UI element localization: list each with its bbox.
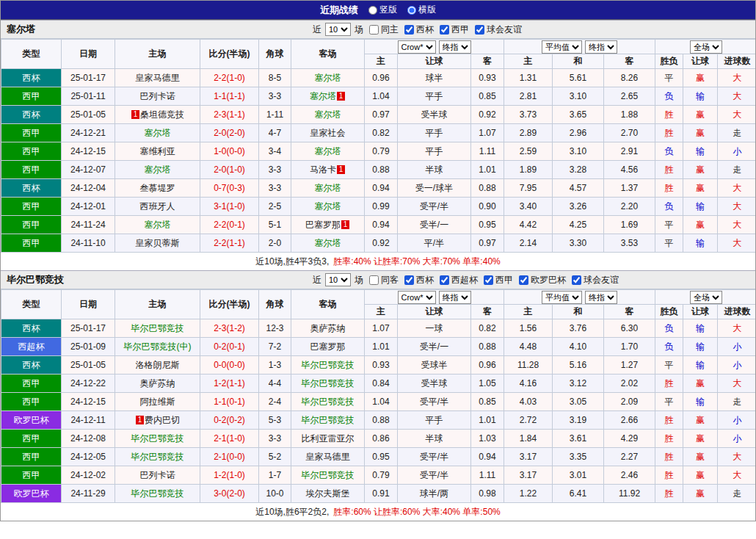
away-team[interactable]: 马洛卡1 bbox=[291, 161, 365, 179]
filter-option-西杯[interactable]: 西杯 bbox=[401, 23, 434, 36]
filter-option-西甲[interactable]: 西甲 bbox=[480, 274, 513, 286]
away-team[interactable]: 巴塞罗那1 bbox=[291, 216, 365, 234]
half-full-score[interactable]: 2-0(1-0) bbox=[200, 161, 259, 179]
filter-checkbox[interactable] bbox=[369, 25, 379, 35]
away-team[interactable]: 毕尔巴鄂竞技 bbox=[291, 375, 365, 393]
filter-option-同客[interactable]: 同客 bbox=[366, 274, 399, 286]
home-team[interactable]: 塞尔塔 bbox=[115, 161, 200, 179]
filter-checkbox[interactable] bbox=[440, 25, 449, 35]
half-full-score[interactable]: 3-1(1-0) bbox=[200, 198, 259, 216]
filter-option-西超杯[interactable]: 西超杯 bbox=[436, 274, 478, 286]
home-team[interactable]: 毕尔巴鄂竞技(中) bbox=[115, 338, 200, 356]
filter-option-欧罗巴杯[interactable]: 欧罗巴杯 bbox=[515, 274, 566, 286]
horizontal-layout-radio[interactable] bbox=[407, 6, 416, 15]
filter-option-球会友谊[interactable]: 球会友谊 bbox=[568, 274, 619, 286]
filter-option-西杯[interactable]: 西杯 bbox=[401, 274, 434, 286]
home-team[interactable]: 塞尔塔 bbox=[115, 216, 200, 234]
home-team[interactable]: 叁慕堤罗 bbox=[115, 179, 200, 198]
away-team[interactable]: 皇家社会 bbox=[291, 124, 365, 142]
half-full-score[interactable]: 0-2(0-2) bbox=[200, 411, 259, 430]
avg-source-select[interactable]: 终指 bbox=[585, 40, 617, 54]
half-full-score[interactable]: 1-2(1-0) bbox=[200, 466, 259, 485]
half-full-score[interactable]: 1-1(0-1) bbox=[200, 393, 259, 411]
half-full-score[interactable]: 1-2(1-1) bbox=[200, 375, 259, 393]
avg-source-select[interactable]: 终指 bbox=[585, 291, 617, 304]
home-team[interactable]: 阿拉维斯 bbox=[115, 393, 200, 411]
filter-checkbox[interactable] bbox=[369, 275, 379, 285]
handicap: 平手 bbox=[398, 142, 471, 161]
filter-checkbox[interactable] bbox=[484, 275, 493, 285]
away-team[interactable]: 毕尔巴鄂竞技 bbox=[291, 393, 365, 411]
half-full-score[interactable]: 2-1(0-0) bbox=[200, 448, 259, 466]
half-full-score[interactable]: 2-1(1-0) bbox=[200, 430, 259, 448]
home-team[interactable]: 毕尔巴鄂竞技 bbox=[115, 448, 200, 466]
away-team[interactable]: 塞尔塔1 bbox=[291, 87, 365, 106]
away-team[interactable]: 埃尔夫斯堡 bbox=[291, 485, 365, 503]
home-team[interactable]: 1费内巴切 bbox=[115, 411, 200, 430]
half-full-score[interactable]: 0-7(0-3) bbox=[200, 179, 259, 198]
result-handicap: 赢 bbox=[683, 485, 718, 503]
half-full-score[interactable]: 2-0(2-0) bbox=[200, 124, 259, 142]
half-full-score[interactable]: 1-0(0-0) bbox=[200, 142, 259, 161]
home-team[interactable]: 西班牙人 bbox=[115, 198, 200, 216]
half-full-score[interactable]: 3-0(2-0) bbox=[200, 485, 259, 503]
home-team[interactable]: 巴列卡诺 bbox=[115, 87, 200, 106]
away-team[interactable]: 比利亚雷亚尔 bbox=[291, 430, 365, 448]
home-team[interactable]: 毕尔巴鄂竞技 bbox=[115, 319, 200, 338]
filter-checkbox[interactable] bbox=[404, 25, 414, 35]
avg-source-select[interactable]: 平均值 bbox=[542, 40, 582, 54]
home-team[interactable]: 洛格朗尼斯 bbox=[115, 356, 200, 375]
view-option-horizontal[interactable]: 横版 bbox=[407, 4, 436, 16]
away-team[interactable]: 皇家马德里 bbox=[291, 448, 365, 466]
half-full-score[interactable]: 2-2(0-1) bbox=[200, 216, 259, 234]
half-full-score[interactable]: 0-2(0-1) bbox=[200, 338, 259, 356]
filter-option-同主[interactable]: 同主 bbox=[366, 23, 399, 36]
away-team[interactable]: 塞尔塔 bbox=[291, 142, 365, 161]
home-team[interactable]: 毕尔巴鄂竞技 bbox=[115, 485, 200, 503]
home-team[interactable]: 塞维利亚 bbox=[115, 142, 200, 161]
away-team[interactable]: 塞尔塔 bbox=[291, 234, 365, 253]
away-team[interactable]: 奥萨苏纳 bbox=[291, 319, 365, 338]
recent-count-select[interactable]: 10 bbox=[325, 273, 351, 286]
avg-source-select[interactable]: 平均值 bbox=[542, 291, 582, 304]
home-team[interactable]: 皇家贝蒂斯 bbox=[115, 234, 200, 253]
half-full-score[interactable]: 2-3(1-2) bbox=[200, 319, 259, 338]
away-team[interactable]: 塞尔塔 bbox=[291, 179, 365, 198]
home-team[interactable]: 毕尔巴鄂竞技 bbox=[115, 430, 200, 448]
recent-count-select[interactable]: 10 bbox=[325, 23, 351, 36]
away-team[interactable]: 巴塞罗那 bbox=[291, 338, 365, 356]
home-team[interactable]: 皇家马德里 bbox=[115, 69, 200, 87]
filter-checkbox[interactable] bbox=[475, 25, 484, 35]
away-team[interactable]: 毕尔巴鄂竞技 bbox=[291, 466, 365, 485]
half-full-score[interactable]: 1-1(1-1) bbox=[200, 87, 259, 106]
filter-checkbox[interactable] bbox=[572, 275, 581, 285]
away-team[interactable]: 塞尔塔 bbox=[291, 69, 365, 87]
filter-checkbox[interactable] bbox=[519, 275, 528, 285]
home-team[interactable]: 塞尔塔 bbox=[115, 124, 200, 142]
sub-col-header: 主 bbox=[504, 54, 553, 69]
away-team[interactable]: 塞尔塔 bbox=[291, 198, 365, 216]
home-team[interactable]: 1桑坦德竞技 bbox=[115, 106, 200, 124]
half-full-score[interactable]: 2-3(1-1) bbox=[200, 106, 259, 124]
odds-source-select[interactable]: 终指 bbox=[439, 40, 471, 54]
match-row: 西杯25-01-17皇家马德里2-2(1-0)8-5塞尔塔0.96球半0.931… bbox=[1, 69, 756, 87]
filter-checkbox[interactable] bbox=[440, 275, 449, 285]
filter-checkbox[interactable] bbox=[404, 275, 414, 285]
away-team[interactable]: 毕尔巴鄂竞技 bbox=[291, 356, 365, 375]
scope-select[interactable]: 全场 bbox=[690, 40, 722, 54]
odds-source-select[interactable]: Crow* bbox=[398, 291, 436, 304]
filter-option-西甲[interactable]: 西甲 bbox=[436, 23, 469, 36]
half-full-score[interactable]: 0-0(0-0) bbox=[200, 356, 259, 375]
scope-select[interactable]: 全场 bbox=[690, 291, 722, 304]
odds-source-select[interactable]: Crow* bbox=[398, 40, 436, 54]
home-team[interactable]: 奥萨苏纳 bbox=[115, 375, 200, 393]
half-full-score[interactable]: 2-2(1-1) bbox=[200, 234, 259, 253]
away-team[interactable]: 毕尔巴鄂竞技 bbox=[291, 411, 365, 430]
vertical-layout-radio[interactable] bbox=[368, 6, 377, 15]
half-full-score[interactable]: 2-2(1-0) bbox=[200, 69, 259, 87]
odds-source-select[interactable]: 终指 bbox=[439, 291, 471, 304]
home-team[interactable]: 巴列卡诺 bbox=[115, 466, 200, 485]
view-option-vertical[interactable]: 竖版 bbox=[368, 4, 397, 16]
away-team[interactable]: 塞尔塔 bbox=[291, 106, 365, 124]
filter-option-球会友谊[interactable]: 球会友谊 bbox=[471, 23, 522, 36]
